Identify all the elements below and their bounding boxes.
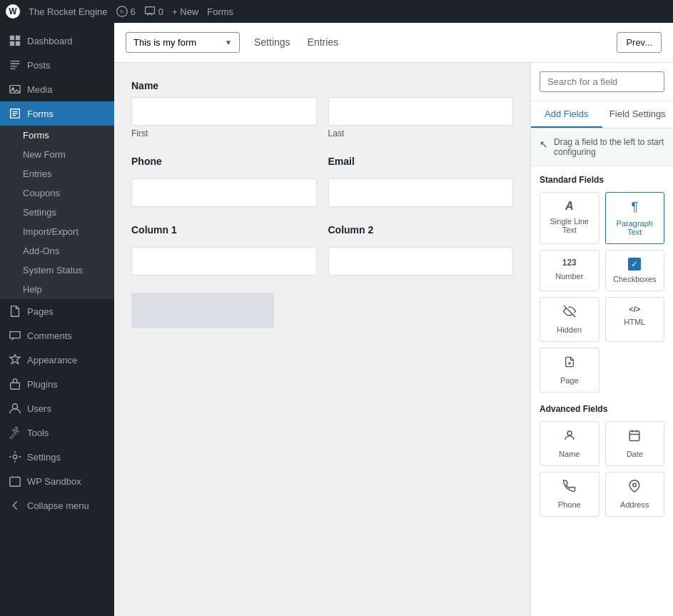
sidebar-item-forms[interactable]: Forms bbox=[0, 101, 114, 126]
field-address[interactable]: Address bbox=[605, 472, 665, 517]
new-item[interactable]: + New bbox=[172, 6, 198, 17]
column1-wrapper: Column 1 bbox=[131, 224, 317, 276]
submenu-coupons[interactable]: Coupons bbox=[0, 183, 114, 203]
sidebar-item-settings[interactable]: Settings bbox=[0, 445, 114, 469]
tab-field-settings[interactable]: Field Settings bbox=[602, 101, 674, 128]
name-adv-label: Name bbox=[559, 450, 580, 458]
submenu-new-form[interactable]: New Form bbox=[0, 145, 114, 164]
submenu-import-export[interactable]: Import/Export bbox=[0, 222, 114, 241]
last-name-input[interactable] bbox=[328, 97, 514, 126]
checkboxes-icon: ✓ bbox=[628, 258, 641, 271]
wp-logo[interactable]: W bbox=[6, 4, 20, 19]
column2-input[interactable] bbox=[328, 247, 514, 276]
field-search-input[interactable] bbox=[540, 71, 664, 92]
phone-label: Phone bbox=[131, 156, 317, 167]
form-selector[interactable]: This is my form ▼ bbox=[126, 32, 240, 53]
submenu-system-status[interactable]: System Status bbox=[0, 261, 114, 280]
sidebar-item-wp-sandbox[interactable]: WP Sandbox bbox=[0, 469, 114, 493]
field-single-line-text[interactable]: A Single Line Text bbox=[540, 192, 599, 244]
standard-fields-title: Standard Fields bbox=[540, 175, 664, 185]
sidebar-item-media[interactable]: Media bbox=[0, 77, 114, 101]
sidebar-item-plugins[interactable]: Plugins bbox=[0, 372, 114, 396]
email-label: Email bbox=[328, 156, 514, 167]
page-icon bbox=[564, 355, 575, 372]
admin-bar: W The Rocket Engine ↻ 6 0 + New Forms bbox=[0, 0, 673, 23]
preview-button[interactable]: Prev... bbox=[617, 32, 662, 53]
updates-item[interactable]: ↻ 6 bbox=[116, 6, 136, 17]
paragraph-text-label: Paragraph Text bbox=[610, 219, 660, 236]
drag-hint-text: Drag a field to the left to start config… bbox=[554, 137, 664, 157]
svg-text:↻: ↻ bbox=[120, 9, 124, 15]
comments-item[interactable]: 0 bbox=[144, 6, 163, 17]
advanced-fields-grid: Name Date bbox=[540, 421, 664, 517]
form-name: This is my form bbox=[133, 37, 219, 48]
name-field-label: Name bbox=[131, 80, 513, 91]
svg-point-20 bbox=[633, 483, 637, 487]
tab-entries[interactable]: Entries bbox=[305, 31, 342, 55]
field-date[interactable]: Date bbox=[605, 421, 665, 466]
field-paragraph-text[interactable]: ¶ Paragraph Text bbox=[605, 192, 665, 244]
submenu-entries[interactable]: Entries bbox=[0, 164, 114, 183]
field-name-advanced[interactable]: Name bbox=[540, 421, 599, 466]
email-input[interactable] bbox=[328, 178, 514, 207]
drag-hint: ↖ Drag a field to the left to start conf… bbox=[531, 128, 673, 166]
standard-fields-grid: A Single Line Text ¶ Paragraph Text 123 … bbox=[540, 192, 664, 393]
svg-rect-2 bbox=[10, 36, 14, 40]
single-line-text-icon: A bbox=[565, 200, 574, 213]
phone-input[interactable] bbox=[131, 178, 317, 207]
paragraph-text-icon: ¶ bbox=[631, 200, 638, 215]
sidebar-item-dashboard[interactable]: Dashboard bbox=[0, 29, 114, 53]
content-area: This is my form ▼ Settings Entries Prev.… bbox=[114, 23, 673, 616]
sidebar-item-comments-label: Comments bbox=[27, 330, 72, 341]
address-label: Address bbox=[620, 500, 649, 509]
field-checkboxes[interactable]: ✓ Checkboxes bbox=[605, 250, 665, 291]
last-name-sublabel: Last bbox=[328, 128, 514, 138]
sidebar: Dashboard Posts Media Forms Forms New Fo… bbox=[0, 23, 114, 616]
submit-area bbox=[131, 293, 513, 328]
drag-cursor-icon: ↖ bbox=[540, 138, 548, 150]
sidebar-item-posts[interactable]: Posts bbox=[0, 53, 114, 77]
sidebar-item-comments[interactable]: Comments bbox=[0, 323, 114, 348]
sidebar-item-collapse[interactable]: Collapse menu bbox=[0, 493, 114, 517]
column1-input[interactable] bbox=[131, 247, 317, 276]
checkboxes-label: Checkboxes bbox=[613, 275, 657, 283]
column2-label: Column 2 bbox=[328, 224, 514, 236]
forms-submenu: Forms New Form Entries Coupons Settings … bbox=[0, 126, 114, 299]
field-html[interactable]: </> HTML bbox=[605, 297, 665, 342]
site-name[interactable]: The Rocket Engine bbox=[29, 6, 108, 17]
tab-add-fields[interactable]: Add Fields bbox=[531, 101, 602, 128]
submenu-help[interactable]: Help bbox=[0, 280, 114, 299]
main-layout: Dashboard Posts Media Forms Forms New Fo… bbox=[0, 23, 673, 616]
field-number[interactable]: 123 Number bbox=[540, 250, 599, 291]
form-selector-arrow-icon: ▼ bbox=[225, 39, 232, 46]
phone-adv-label: Phone bbox=[558, 500, 581, 509]
sidebar-item-appearance-label: Appearance bbox=[27, 355, 77, 365]
sidebar-item-users[interactable]: Users bbox=[0, 396, 114, 420]
plugin-item[interactable]: Forms bbox=[207, 6, 233, 17]
number-icon: 123 bbox=[562, 258, 577, 268]
sidebar-item-forms-label: Forms bbox=[27, 108, 54, 119]
field-page[interactable]: Page bbox=[540, 348, 599, 393]
form-canvas: Name First Last bbox=[114, 63, 530, 616]
sidebar-item-wp-sandbox-label: WP Sandbox bbox=[27, 476, 81, 487]
tab-settings[interactable]: Settings bbox=[251, 31, 293, 55]
phone-email-group: Phone Email bbox=[131, 156, 513, 207]
submenu-forms[interactable]: Forms bbox=[0, 126, 114, 145]
first-name-input[interactable] bbox=[131, 97, 317, 126]
first-name-wrapper: First bbox=[131, 97, 317, 138]
sidebar-item-pages[interactable]: Pages bbox=[0, 299, 114, 323]
page-label: Page bbox=[560, 376, 579, 385]
header-right: Prev... bbox=[617, 32, 662, 53]
sidebar-item-plugins-label: Plugins bbox=[27, 379, 58, 390]
name-field-row: First Last bbox=[131, 97, 513, 138]
sidebar-item-posts-label: Posts bbox=[27, 60, 51, 71]
submenu-add-ons[interactable]: Add-Ons bbox=[0, 241, 114, 261]
field-hidden[interactable]: Hidden bbox=[540, 297, 599, 342]
date-icon bbox=[628, 429, 641, 445]
last-name-wrapper: Last bbox=[328, 97, 514, 138]
submenu-settings[interactable]: Settings bbox=[0, 203, 114, 222]
field-phone-advanced[interactable]: Phone bbox=[540, 472, 599, 517]
sidebar-item-appearance[interactable]: Appearance bbox=[0, 348, 114, 372]
panel-tabs: Add Fields Field Settings bbox=[531, 101, 673, 128]
sidebar-item-tools[interactable]: Tools bbox=[0, 420, 114, 445]
